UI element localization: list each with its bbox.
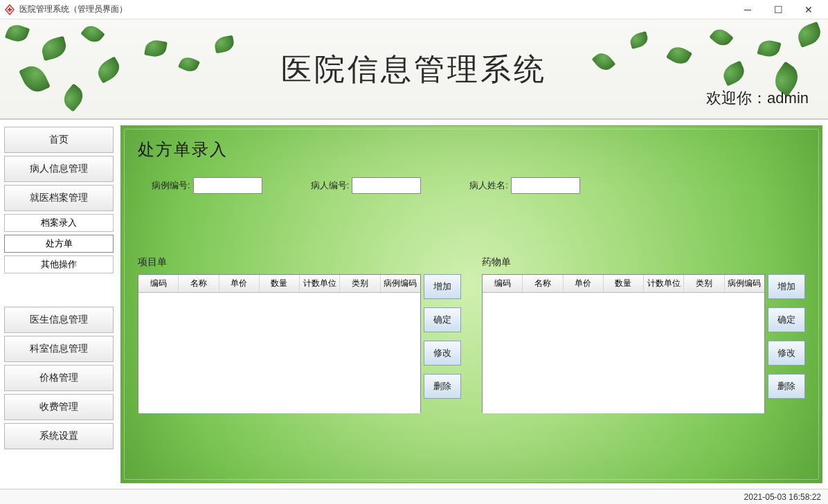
sidebar-item-fee[interactable]: 收费管理: [4, 394, 114, 420]
project-table-head: 编码 名称 单价 数量 计数单位 类别 病例编码: [138, 275, 420, 293]
col-record-code: 病例编码: [725, 275, 764, 292]
medicine-block: 药物单 编码 名称 单价 数量 计数单位 类别 病例编码: [482, 256, 805, 413]
workspace: 首页 病人信息管理 就医档案管理 档案录入 处方单 其他操作 医生信息管理 科室…: [0, 120, 828, 489]
sidebar-item-system[interactable]: 系统设置: [4, 423, 114, 449]
sidebar-sub-other[interactable]: 其他操作: [4, 255, 114, 273]
project-confirm-button[interactable]: 确定: [424, 307, 461, 332]
project-table-body[interactable]: [138, 293, 420, 413]
medicine-label: 药物单: [482, 256, 805, 269]
app-icon: [4, 4, 15, 15]
project-delete-button[interactable]: 删除: [424, 374, 461, 399]
page-title: 医院信息管理系统: [281, 48, 547, 89]
col-name: 名称: [523, 275, 563, 292]
medicine-table-head: 编码 名称 单价 数量 计数单位 类别 病例编码: [483, 275, 764, 293]
label-patient-no: 病人编号:: [311, 179, 350, 192]
col-unit: 计数单位: [644, 275, 684, 292]
col-unit: 计数单位: [300, 275, 340, 292]
medicine-edit-button[interactable]: 修改: [768, 341, 805, 366]
sidebar-sub-record-entry[interactable]: 档案录入: [4, 214, 114, 232]
field-patient-name: 病人姓名:: [469, 177, 580, 194]
sidebar-item-home[interactable]: 首页: [4, 127, 114, 153]
sidebar: 首页 病人信息管理 就医档案管理 档案录入 处方单 其他操作 医生信息管理 科室…: [0, 120, 118, 489]
sidebar-item-patient-info[interactable]: 病人信息管理: [4, 156, 114, 182]
col-qty: 数量: [604, 275, 644, 292]
medicine-delete-button[interactable]: 删除: [768, 374, 805, 399]
col-price: 单价: [219, 275, 260, 292]
col-name: 名称: [179, 275, 219, 292]
close-button[interactable]: ✕: [793, 0, 824, 19]
medicine-add-button[interactable]: 增加: [768, 274, 805, 299]
sidebar-item-dept-info[interactable]: 科室信息管理: [4, 336, 114, 362]
col-category: 类别: [684, 275, 724, 292]
sidebar-item-price[interactable]: 价格管理: [4, 365, 114, 391]
col-record-code: 病例编码: [381, 275, 420, 292]
field-patient-no: 病人编号:: [311, 177, 422, 194]
project-add-button[interactable]: 增加: [424, 274, 461, 299]
maximize-button[interactable]: ☐: [763, 0, 793, 19]
label-patient-name: 病人姓名:: [469, 179, 508, 192]
input-patient-no[interactable]: [352, 177, 421, 194]
main-panel: 处方单录入 病例编号: 病人编号: 病人姓名: 项目单: [120, 125, 822, 483]
welcome-text: 欢迎你：admin: [706, 88, 809, 109]
field-record-no: 病例编号:: [152, 177, 262, 194]
col-code: 编码: [483, 275, 523, 292]
sidebar-gap: [4, 276, 114, 304]
header-banner: 医院信息管理系统 欢迎你：admin: [0, 19, 828, 120]
col-code: 编码: [138, 275, 179, 292]
tables-row: 项目单 编码 名称 单价 数量 计数单位 类别 病例编码: [138, 256, 805, 413]
panel-title: 处方单录入: [138, 138, 805, 161]
medicine-confirm-button[interactable]: 确定: [768, 307, 805, 332]
col-qty: 数量: [260, 275, 300, 292]
col-price: 单价: [564, 275, 604, 292]
project-block: 项目单 编码 名称 单价 数量 计数单位 类别 病例编码: [138, 256, 461, 413]
status-datetime: 2021-05-03 16:58:22: [744, 492, 821, 502]
sidebar-sub-prescription[interactable]: 处方单: [4, 235, 114, 253]
medicine-table[interactable]: 编码 名称 单价 数量 计数单位 类别 病例编码: [482, 274, 765, 413]
medicine-table-body[interactable]: [483, 293, 764, 413]
window-title: 医院管理系统（管理员界面）: [19, 3, 732, 15]
sidebar-item-medical-records[interactable]: 就医档案管理: [4, 185, 114, 211]
project-edit-button[interactable]: 修改: [424, 341, 461, 366]
input-record-no[interactable]: [193, 177, 262, 194]
medicine-actions: 增加 确定 修改 删除: [768, 274, 805, 413]
svg-rect-2: [8, 9, 12, 10]
project-actions: 增加 确定 修改 删除: [424, 274, 461, 413]
input-patient-name[interactable]: [511, 177, 580, 194]
window-controls: ─ ☐ ✕: [732, 0, 824, 19]
title-bar: 医院管理系统（管理员界面） ─ ☐ ✕: [0, 0, 828, 19]
minimize-button[interactable]: ─: [732, 0, 763, 19]
form-row: 病例编号: 病人编号: 病人姓名:: [138, 177, 805, 194]
col-category: 类别: [340, 275, 380, 292]
status-bar: 2021-05-03 16:58:22: [0, 489, 828, 504]
sidebar-item-doctor-info[interactable]: 医生信息管理: [4, 307, 114, 333]
welcome-user: admin: [767, 89, 809, 107]
label-record-no: 病例编号:: [152, 179, 190, 192]
decor-leaves-left: [0, 19, 263, 120]
project-table[interactable]: 编码 名称 单价 数量 计数单位 类别 病例编码: [138, 274, 421, 413]
welcome-prefix: 欢迎你：: [706, 89, 767, 107]
project-label: 项目单: [138, 256, 461, 269]
